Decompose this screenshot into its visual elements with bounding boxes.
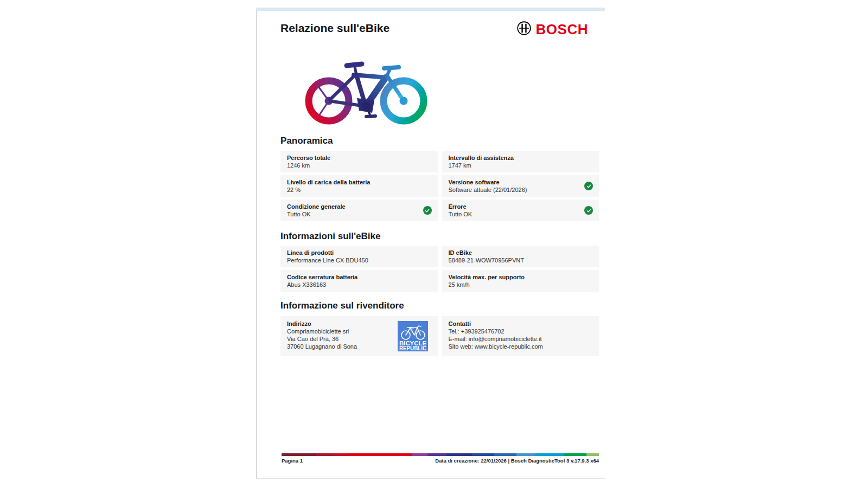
card-label: Livello di carica della batteria <box>287 179 431 186</box>
card-value: 1747 km <box>449 162 593 169</box>
check-circle-icon <box>423 206 432 215</box>
page-left-border <box>256 11 257 478</box>
contact-line-web: Sito web: www.bicycle-republic.com <box>449 343 593 350</box>
report-header: Relazione sull'eBike BOSCH <box>280 22 599 43</box>
dealer-logo-line2: REPUBLIC <box>399 345 426 351</box>
panoramica-grid: Percorso totale 1246 km Intervallo di as… <box>280 151 599 221</box>
card-label: Versione software <box>449 179 593 186</box>
card-id-ebike: ID eBike 58489-21-WOW70956PVNT <box>442 246 599 267</box>
card-value: 1246 km <box>287 162 431 169</box>
card-errore: Errore Tutto OK <box>442 200 599 221</box>
card-value: 58489-21-WOW70956PVNT <box>449 257 593 264</box>
card-label: Intervallo di assistenza <box>449 155 593 162</box>
contact-lines: Tel.: +393925476702 E-mail: info@compria… <box>449 328 593 350</box>
card-label: Percorso totale <box>287 155 431 162</box>
card-label: Velocità max. per supporto <box>449 274 593 281</box>
ebike-info-grid: Linea di prodotti Performance Line CX BD… <box>280 246 599 292</box>
card-value: Performance Line CX BDU450 <box>287 257 431 264</box>
contact-line-tel: Tel.: +393925476702 <box>449 328 593 335</box>
dealer-grid: Indirizzo Compriamobiciclette srl Via Ca… <box>280 316 599 356</box>
card-label: ID eBike <box>449 249 593 256</box>
bosch-logo: BOSCH <box>516 21 588 38</box>
card-value: Tutto OK <box>287 211 431 218</box>
card-intervallo-assistenza: Intervallo di assistenza 1747 km <box>442 151 599 172</box>
card-label: Errore <box>449 203 593 210</box>
ebike-illustration <box>304 52 429 125</box>
card-label: Contatti <box>449 320 593 328</box>
card-value: Abus X336163 <box>287 281 431 288</box>
check-circle-icon <box>584 206 593 215</box>
card-contatti: Contatti Tel.: +393925476702 E-mail: inf… <box>442 316 599 356</box>
card-versione-software: Versione software Software attuale (22/0… <box>442 175 599 197</box>
check-circle-icon <box>584 182 593 190</box>
report-footer: Pagina 1 Data di creazione: 22/01/2026 |… <box>282 458 599 464</box>
page-content: Relazione sull'eBike BOSCH <box>280 8 599 478</box>
card-value: Software attuale (22/01/2026) <box>449 187 593 194</box>
bosch-anchor-icon <box>516 21 532 38</box>
card-label: Condizione generale <box>287 203 431 210</box>
card-condizione-generale: Condizione generale Tutto OK <box>280 200 438 221</box>
card-codice-serratura: Codice serratura batteria Abus X336163 <box>280 270 438 292</box>
page-number: Pagina 1 <box>282 458 303 464</box>
card-linea-prodotti: Linea di prodotti Performance Line CX BD… <box>280 246 438 267</box>
dealer-logo: BICYCLE REPUBLIC <box>398 321 428 351</box>
contact-line-email: E-mail: info@compriamobiciclette.it <box>449 335 593 343</box>
section-title-ebike-info: Informazioni sull'eBike <box>280 231 380 242</box>
creation-info: Data di creazione: 22/01/2026 | Bosch Di… <box>435 458 599 464</box>
card-percorso-totale: Percorso totale 1246 km <box>280 151 438 172</box>
section-title-panoramica: Panoramica <box>280 136 333 146</box>
card-label: Codice serratura batteria <box>287 274 431 281</box>
bosch-supergraphic-bar <box>282 453 599 456</box>
bosch-wordmark: BOSCH <box>536 21 588 38</box>
card-velocita-max: Velocità max. per supporto 25 km/h <box>442 270 599 292</box>
report-viewer: Relazione sull'eBike BOSCH <box>0 0 868 488</box>
card-value: 22 % <box>287 187 431 194</box>
card-indirizzo: Indirizzo Compriamobiciclette srl Via Ca… <box>280 316 438 356</box>
section-title-dealer: Informazione sul rivenditore <box>280 300 404 311</box>
card-label: Linea di prodotti <box>287 249 431 256</box>
card-value: 25 km/h <box>449 281 593 288</box>
card-livello-batteria: Livello di carica della batteria 22 % <box>280 175 438 197</box>
report-page: Relazione sull'eBike BOSCH <box>256 8 605 479</box>
card-value: Tutto OK <box>449 211 593 218</box>
